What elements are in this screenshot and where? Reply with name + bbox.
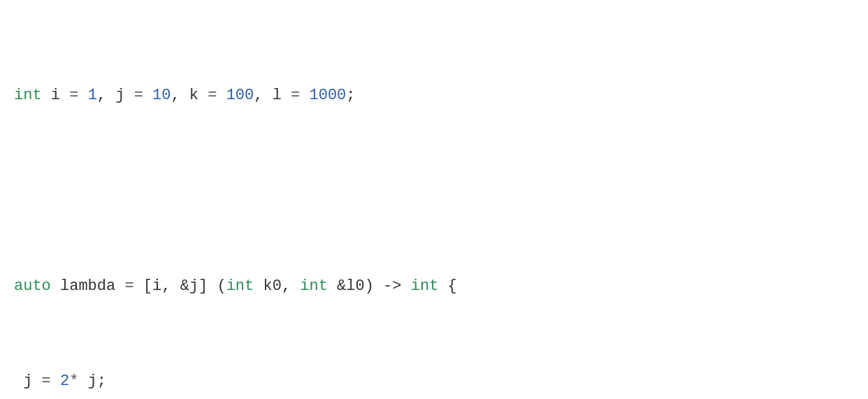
code-text: i [42, 87, 70, 104]
keyword-int4: int [411, 277, 439, 295]
keyword-int: int [14, 87, 42, 104]
op-eq4: = [291, 87, 300, 104]
keyword-int3: int [300, 277, 328, 295]
num-1: 1 [88, 87, 97, 104]
op-eq5: = [42, 372, 51, 390]
keyword-auto: auto [14, 277, 51, 295]
code-editor: int i = 1, j = 10, k = 100, l = 1000; au… [14, 13, 854, 399]
code-text: , j [97, 87, 134, 104]
keyword-int2: int [226, 277, 254, 295]
num-100: 100 [226, 87, 254, 104]
op-eq: = [69, 87, 78, 104]
num-2a: 2 [60, 372, 69, 390]
code-text [143, 87, 152, 104]
op-eq3: = [208, 87, 217, 104]
code-line-1: int i = 1, j = 10, k = 100, l = 1000; [14, 84, 854, 108]
code-text: ; [346, 87, 355, 104]
code-text: , l [254, 87, 291, 104]
code-text [300, 87, 309, 104]
code-text: k0, [254, 277, 300, 295]
code-text: j; [78, 372, 106, 390]
code-text: &l0) -> [328, 277, 411, 295]
indent: j [14, 372, 42, 390]
code-text: { [438, 277, 456, 295]
code-line-2: auto lambda = [i, &j] (int k0, int &l0) … [14, 275, 854, 298]
code-text: , k [171, 87, 208, 104]
code-text: [i, &j] ( [134, 277, 226, 295]
code-line-3: j = 2* j; [14, 370, 854, 393]
code-text: lambda [51, 277, 125, 295]
num-10: 10 [152, 87, 171, 104]
code-text [217, 87, 226, 104]
op-assign: = [124, 277, 133, 295]
code-text [78, 87, 87, 104]
op-eq2: = [134, 87, 143, 104]
blank-line-1 [14, 180, 854, 203]
op-star: * [69, 372, 78, 390]
code-text [51, 372, 60, 390]
num-1000: 1000 [310, 87, 347, 104]
